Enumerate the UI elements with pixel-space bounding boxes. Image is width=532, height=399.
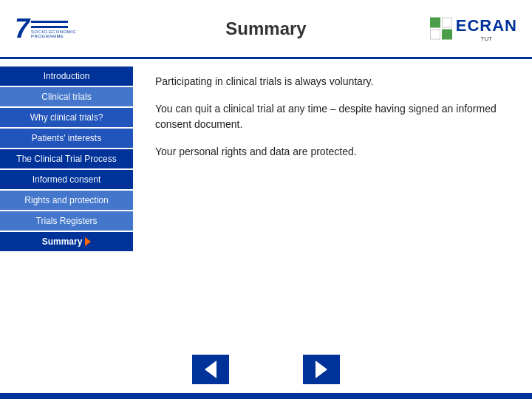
- sidebar-item-patients-interests[interactable]: Patients' interests: [0, 129, 133, 148]
- paragraph-1: Participating in clinical trials is alwa…: [155, 74, 510, 89]
- nav-buttons: [0, 355, 532, 384]
- sq-white-1: [442, 18, 452, 28]
- paragraph-2: You can quit a clinical trial at any tim…: [155, 101, 510, 132]
- ecran-label-block: ECRAN TUT: [456, 16, 517, 41]
- page-title: Summary: [225, 18, 306, 39]
- logo-line-2: [31, 26, 68, 28]
- sq-green-1: [430, 18, 440, 28]
- sidebar-item-informed-consent[interactable]: Informed consent: [0, 170, 133, 189]
- bottom-bar: [0, 393, 532, 399]
- logo-line-1: [31, 21, 68, 23]
- sidebar-item-summary[interactable]: Summary: [0, 232, 133, 251]
- logo-number: 7: [15, 13, 30, 44]
- logo-left: 7 SOCIO-ECONOMICPROGRAMME: [15, 13, 76, 44]
- content-area: Participating in clinical trials is alwa…: [133, 59, 532, 393]
- summary-arrow-icon: [85, 237, 91, 246]
- logo-subtext: SOCIO-ECONOMICPROGRAMME: [31, 30, 76, 38]
- sidebar-item-introduction[interactable]: Introduction: [0, 66, 133, 86]
- sq-green-2: [442, 30, 452, 40]
- sq-white-2: [430, 30, 440, 40]
- top-bar: 7 SOCIO-ECONOMICPROGRAMME Summary ECRAN …: [0, 0, 532, 59]
- logo-text-block: SOCIO-ECONOMICPROGRAMME: [31, 19, 76, 38]
- ecran-squares: [430, 18, 452, 40]
- sidebar-item-clinical-trials[interactable]: Clinical trials: [0, 87, 133, 106]
- paragraph-3: Your personal rights and data are protec…: [155, 144, 510, 160]
- main-container: Introduction Clinical trials Why clinica…: [0, 59, 532, 393]
- sidebar: Introduction Clinical trials Why clinica…: [0, 59, 133, 393]
- summary-label: Summary: [42, 236, 83, 247]
- ecran-label: ECRAN: [456, 16, 517, 35]
- next-button[interactable]: [303, 355, 340, 384]
- sidebar-item-clinical-trial-process[interactable]: The Clinical Trial Process: [0, 149, 133, 168]
- logo-right: ECRAN TUT: [430, 16, 517, 41]
- sidebar-item-why-clinical[interactable]: Why clinical trials?: [0, 108, 133, 127]
- sidebar-item-trials-registers[interactable]: Trials Registers: [0, 211, 133, 231]
- prev-button[interactable]: [192, 355, 229, 384]
- sidebar-item-rights-protection[interactable]: Rights and protection: [0, 191, 133, 210]
- ecran-sub: TUT: [456, 35, 517, 41]
